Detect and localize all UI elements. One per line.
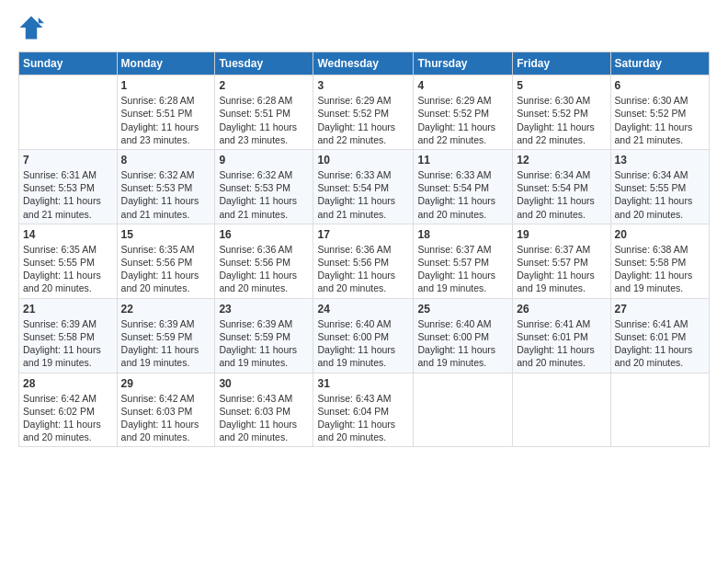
calendar-cell: 24 Sunrise: 6:40 AM Sunset: 6:00 PM Dayl…: [313, 298, 414, 373]
daylight: Daylight: 11 hours and 20 minutes.: [517, 344, 595, 368]
day-number: 12: [517, 153, 606, 167]
day-number: 28: [23, 376, 113, 391]
sunset: Sunset: 6:01 PM: [615, 331, 687, 342]
daylight: Daylight: 11 hours and 20 minutes.: [23, 419, 101, 442]
weekday-header-tuesday: Tuesday: [215, 52, 313, 75]
day-number: 13: [615, 153, 705, 167]
sunrise: Sunrise: 6:39 AM: [23, 318, 97, 329]
daylight: Daylight: 11 hours and 20 minutes.: [615, 344, 693, 368]
sunset: Sunset: 5:53 PM: [121, 182, 193, 193]
sunrise: Sunrise: 6:30 AM: [615, 95, 688, 106]
day-number: 4: [417, 78, 508, 93]
calendar-cell: 21 Sunrise: 6:39 AM Sunset: 5:58 PM Dayl…: [19, 298, 118, 373]
day-number: 19: [517, 227, 606, 242]
day-number: 30: [219, 376, 309, 391]
sunrise: Sunrise: 6:43 AM: [219, 393, 292, 404]
calendar-body: 1 Sunrise: 6:28 AM Sunset: 5:51 PM Dayli…: [19, 75, 710, 447]
daylight: Daylight: 11 hours and 19 minutes.: [417, 344, 495, 368]
sunrise: Sunrise: 6:36 AM: [219, 244, 292, 255]
day-number: 20: [615, 227, 705, 242]
sunrise: Sunrise: 6:35 AM: [121, 244, 195, 255]
sunset: Sunset: 6:00 PM: [317, 331, 389, 342]
sunset: Sunset: 6:01 PM: [517, 331, 588, 342]
sunset: Sunset: 5:53 PM: [23, 182, 95, 193]
sunrise: Sunrise: 6:33 AM: [417, 169, 491, 180]
calendar-week-4: 21 Sunrise: 6:39 AM Sunset: 5:58 PM Dayl…: [19, 298, 710, 373]
daylight: Daylight: 11 hours and 20 minutes.: [615, 195, 693, 219]
logo-icon: [18, 15, 44, 40]
sunrise: Sunrise: 6:28 AM: [121, 95, 195, 106]
sunset: Sunset: 6:04 PM: [317, 406, 389, 417]
daylight: Daylight: 11 hours and 22 minutes.: [417, 121, 495, 145]
calendar-cell: 7 Sunrise: 6:31 AM Sunset: 5:53 PM Dayli…: [19, 149, 118, 224]
day-number: 1: [121, 78, 211, 93]
calendar-cell: 19 Sunrise: 6:37 AM Sunset: 5:57 PM Dayl…: [513, 224, 610, 298]
calendar-cell: 25 Sunrise: 6:40 AM Sunset: 6:00 PM Dayl…: [414, 298, 513, 373]
logo: [18, 15, 48, 40]
day-number: 6: [615, 78, 705, 93]
weekday-header-row: SundayMondayTuesdayWednesdayThursdayFrid…: [19, 52, 710, 75]
calendar-week-3: 14 Sunrise: 6:35 AM Sunset: 5:55 PM Dayl…: [19, 224, 710, 298]
daylight: Daylight: 11 hours and 19 minutes.: [23, 344, 101, 368]
calendar-cell: 31 Sunrise: 6:43 AM Sunset: 6:04 PM Dayl…: [313, 373, 414, 447]
daylight: Daylight: 11 hours and 19 minutes.: [417, 270, 495, 293]
sunset: Sunset: 5:54 PM: [317, 182, 389, 193]
calendar-cell: 22 Sunrise: 6:39 AM Sunset: 5:59 PM Dayl…: [117, 298, 215, 373]
sunset: Sunset: 5:55 PM: [23, 257, 95, 268]
daylight: Daylight: 11 hours and 20 minutes.: [121, 419, 199, 442]
daylight: Daylight: 11 hours and 19 minutes.: [121, 344, 199, 368]
calendar-cell: [513, 373, 610, 447]
calendar-cell: 10 Sunrise: 6:33 AM Sunset: 5:54 PM Dayl…: [313, 149, 414, 224]
weekday-header-saturday: Saturday: [610, 52, 709, 75]
calendar-cell: [19, 75, 118, 150]
day-number: 2: [219, 78, 309, 93]
calendar-cell: 17 Sunrise: 6:36 AM Sunset: 5:56 PM Dayl…: [313, 224, 414, 298]
sunset: Sunset: 5:58 PM: [23, 331, 95, 342]
calendar-cell: 2 Sunrise: 6:28 AM Sunset: 5:51 PM Dayli…: [215, 75, 313, 150]
day-number: 14: [23, 227, 113, 242]
calendar-cell: 28 Sunrise: 6:42 AM Sunset: 6:02 PM Dayl…: [19, 373, 118, 447]
calendar-cell: 4 Sunrise: 6:29 AM Sunset: 5:52 PM Dayli…: [414, 75, 513, 150]
calendar-cell: 1 Sunrise: 6:28 AM Sunset: 5:51 PM Dayli…: [117, 75, 215, 150]
day-number: 15: [121, 227, 211, 242]
daylight: Daylight: 11 hours and 20 minutes.: [121, 270, 199, 293]
sunset: Sunset: 5:51 PM: [121, 108, 193, 119]
calendar-table: SundayMondayTuesdayWednesdayThursdayFrid…: [18, 52, 710, 447]
day-number: 21: [23, 302, 113, 316]
daylight: Daylight: 11 hours and 20 minutes.: [317, 419, 395, 442]
calendar-cell: 14 Sunrise: 6:35 AM Sunset: 5:55 PM Dayl…: [19, 224, 118, 298]
sunrise: Sunrise: 6:30 AM: [517, 95, 590, 106]
calendar-cell: 30 Sunrise: 6:43 AM Sunset: 6:03 PM Dayl…: [215, 373, 313, 447]
daylight: Daylight: 11 hours and 23 minutes.: [219, 121, 297, 145]
calendar-week-5: 28 Sunrise: 6:42 AM Sunset: 6:02 PM Dayl…: [19, 373, 710, 447]
sunrise: Sunrise: 6:42 AM: [23, 393, 97, 404]
sunrise: Sunrise: 6:42 AM: [121, 393, 195, 404]
sunrise: Sunrise: 6:33 AM: [317, 169, 391, 180]
calendar-cell: 18 Sunrise: 6:37 AM Sunset: 5:57 PM Dayl…: [414, 224, 513, 298]
calendar-cell: 8 Sunrise: 6:32 AM Sunset: 5:53 PM Dayli…: [117, 149, 215, 224]
sunrise: Sunrise: 6:41 AM: [517, 318, 590, 329]
weekday-header-wednesday: Wednesday: [313, 52, 414, 75]
sunrise: Sunrise: 6:39 AM: [121, 318, 195, 329]
daylight: Daylight: 11 hours and 20 minutes.: [23, 270, 101, 293]
calendar-cell: [414, 373, 513, 447]
sunset: Sunset: 5:53 PM: [219, 182, 290, 193]
sunrise: Sunrise: 6:32 AM: [121, 169, 195, 180]
calendar-cell: 23 Sunrise: 6:39 AM Sunset: 5:59 PM Dayl…: [215, 298, 313, 373]
calendar-week-1: 1 Sunrise: 6:28 AM Sunset: 5:51 PM Dayli…: [19, 75, 710, 150]
sunset: Sunset: 5:59 PM: [219, 331, 290, 342]
sunset: Sunset: 5:56 PM: [121, 257, 193, 268]
calendar-cell: 15 Sunrise: 6:35 AM Sunset: 5:56 PM Dayl…: [117, 224, 215, 298]
weekday-header-sunday: Sunday: [19, 52, 118, 75]
day-number: 29: [121, 376, 211, 391]
sunset: Sunset: 6:00 PM: [417, 331, 489, 342]
sunset: Sunset: 5:54 PM: [517, 182, 588, 193]
day-number: 18: [417, 227, 508, 242]
page-container: SundayMondayTuesdayWednesdayThursdayFrid…: [0, 0, 728, 456]
sunset: Sunset: 5:52 PM: [615, 108, 687, 119]
sunset: Sunset: 6:03 PM: [219, 406, 290, 417]
daylight: Daylight: 11 hours and 21 minutes.: [23, 195, 101, 219]
daylight: Daylight: 11 hours and 22 minutes.: [517, 121, 595, 145]
calendar-cell: 27 Sunrise: 6:41 AM Sunset: 6:01 PM Dayl…: [610, 298, 709, 373]
sunrise: Sunrise: 6:36 AM: [317, 244, 391, 255]
